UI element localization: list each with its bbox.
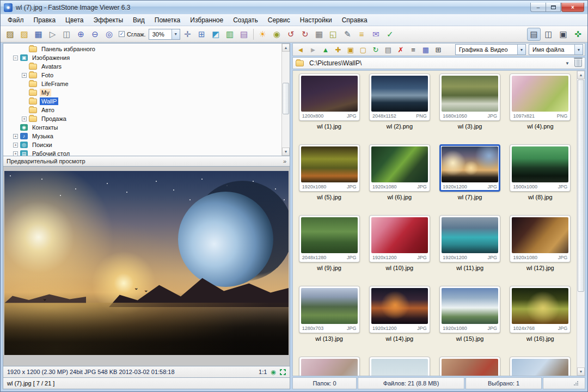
smooth-toggle[interactable]: ✓ Сглаж. (119, 31, 146, 38)
recycle-bin-icon[interactable] (574, 59, 582, 67)
resize-grip[interactable] (573, 381, 579, 386)
crop-board-icon[interactable]: ▦ (313, 28, 326, 41)
thumbs-scroll-down-icon[interactable]: ▼ (577, 367, 585, 376)
new-folder-icon[interactable]: ✚ (332, 44, 344, 55)
thumbnail-item-20[interactable] (510, 357, 571, 376)
thumbnail-view-icon[interactable]: ▦ (420, 44, 432, 55)
tree-item-searches[interactable]: +◎Поиски (4, 140, 281, 149)
draw-icon[interactable]: ✎ (341, 28, 354, 41)
tree-item-contacts[interactable]: ◉Контакты (4, 123, 281, 132)
tree-scroll-up-icon[interactable]: ▲ (282, 44, 290, 52)
tree-item-foto[interactable]: +Foto (4, 71, 281, 79)
thumbnail-wl (15).jpg[interactable]: 1920x1080JPG (439, 286, 500, 333)
menu-item-file[interactable]: Файл (3, 15, 29, 26)
minimize-button[interactable]: – (530, 3, 546, 12)
hand-tool-icon[interactable]: ✛ (181, 28, 194, 41)
thumbs-scroll-thumb[interactable] (578, 79, 584, 292)
selection-icon[interactable]: ⊞ (195, 28, 209, 41)
tile-view-icon[interactable]: ⊞ (432, 44, 444, 55)
preview-image[interactable]: ⌄ ⌄ ⌄ (4, 171, 289, 355)
preview-collapse-icon[interactable]: » (283, 158, 286, 164)
view-browser-icon[interactable]: ▤ (527, 28, 541, 41)
thumbnail-wl (13).jpg[interactable]: 1280x703JPG (299, 286, 360, 333)
thumbnail-item-19[interactable] (439, 357, 500, 376)
thumbnail-wl (10).jpg[interactable]: 1920x1200JPG (369, 215, 430, 262)
menu-item-create[interactable]: Создать (228, 15, 263, 26)
tree-expander-plus-icon[interactable]: + (22, 117, 27, 121)
tree-item-music[interactable]: +♪Музыка (4, 132, 281, 140)
resize-icon[interactable]: ◱ (327, 28, 340, 41)
fullscreen-icon[interactable]: ✜ (571, 28, 585, 41)
thumbnail-scrollbar[interactable]: ▲ ▼ (577, 71, 585, 376)
thumbnail-wl (5).jpg[interactable]: 1920x1080JPG (299, 144, 360, 192)
thumbnail-wl (6).jpg[interactable]: 1920x1080JPG (369, 144, 430, 192)
adjust-lighting-icon[interactable]: ☀ (256, 28, 270, 41)
menu-item-effects[interactable]: Эффекты (89, 15, 128, 26)
menu-item-favorites[interactable]: Избранное (185, 15, 228, 26)
thumbnail-wl (8).jpg[interactable]: 1500x1000JPG (510, 144, 571, 192)
thumbnail-wl (7).jpg[interactable]: 1920x1200JPG (439, 144, 500, 192)
menu-item-help[interactable]: Справка (337, 15, 372, 26)
tree-scroll-down-icon[interactable]: ▼ (282, 148, 290, 156)
tree-expander-plus-icon[interactable]: + (13, 143, 18, 148)
fit-window-icon[interactable]: ◉ (271, 369, 276, 376)
thumbnail-wl (3).jpg[interactable]: 1680x1050JPG (439, 74, 500, 121)
open-folder-icon[interactable]: ▨ (17, 28, 31, 41)
rotate-right-icon[interactable]: ↻ (298, 28, 312, 41)
copy-to-folder-icon[interactable]: ▣ (345, 44, 357, 55)
tree-item-favorites-panel[interactable]: Панель избранного (4, 45, 281, 53)
histogram-icon[interactable]: ▥ (223, 28, 237, 41)
slideshow-icon[interactable]: ▷ (46, 28, 59, 41)
thumbnail-item-18[interactable] (369, 357, 430, 376)
menu-item-view[interactable]: Вид (128, 15, 150, 26)
thumbnail-wl (12).jpg[interactable]: 1920x1080JPG (510, 215, 571, 262)
zoom-in-icon[interactable]: ⊕ (74, 28, 88, 41)
tree-item-my[interactable]: My (4, 88, 281, 97)
thumbnail-wl (9).jpg[interactable]: 2048x1280JPG (299, 215, 360, 262)
forward-icon[interactable]: ► (307, 44, 319, 55)
back-icon[interactable]: ◄ (295, 44, 307, 55)
red-eye-icon[interactable]: ◉ (270, 28, 284, 41)
maximize-button[interactable] (546, 3, 561, 12)
thumbnail-wl (16).jpg[interactable]: 1024x768JPG (510, 286, 571, 333)
tree-scroll-thumb[interactable] (283, 83, 289, 114)
select-check-icon[interactable]: ✓ (383, 28, 397, 41)
tree-scrollbar[interactable]: ▲ ▼ (281, 44, 290, 156)
close-button[interactable]: × (561, 3, 584, 12)
open-file-icon[interactable]: ▨ (3, 28, 17, 41)
tree-item-pictures[interactable]: −▣Изображения (4, 53, 281, 62)
menu-item-tools[interactable]: Сервис (263, 15, 295, 26)
tree-expander-plus-icon[interactable]: + (22, 73, 27, 78)
batch-convert-icon[interactable]: ≡ (355, 28, 369, 41)
sort-arrow-icon[interactable]: ▼ (574, 45, 583, 54)
tree-item-wallp[interactable]: WallP (4, 97, 281, 106)
actual-size-icon[interactable]: ◎ (102, 28, 116, 41)
tree-item-prodazha[interactable]: +Продажа (4, 114, 281, 123)
zoom-out-icon[interactable]: ⊖ (88, 28, 102, 41)
address-path[interactable]: C:\Pictures\WallP\ (309, 59, 362, 67)
tree-item-avatars[interactable]: Avatars (4, 62, 281, 71)
preview-header[interactable]: Предварительный просмотр » (3, 156, 290, 167)
tree-item-lifeframe[interactable]: LifeFrame (4, 79, 281, 88)
address-bar[interactable]: C:\Pictures\WallP\ ▼ (292, 57, 585, 69)
move-to-folder-icon[interactable]: ▢ (357, 44, 369, 55)
tree-item-avto[interactable]: Авто (4, 106, 281, 114)
thumbnail-wl (14).jpg[interactable]: 1920x1200JPG (369, 286, 430, 333)
thumbs-scroll-up-icon[interactable]: ▲ (577, 71, 585, 79)
tree-expander-plus-icon[interactable]: + (13, 151, 18, 156)
manage-icon[interactable]: ▤ (237, 28, 251, 41)
view-image-icon[interactable]: ▣ (556, 28, 570, 41)
zoom-select[interactable]: 30% ▼ (149, 29, 180, 40)
rotate-left-icon[interactable]: ↺ (284, 28, 298, 41)
file-filter-select[interactable]: Графика & Видео ▼ (455, 44, 526, 55)
view-windowed-icon[interactable]: ◫ (542, 28, 555, 41)
smooth-checkbox[interactable]: ✓ (119, 31, 125, 37)
thumbnail-wl (4).png[interactable]: 1097x821PNG (510, 74, 571, 121)
tag-view-icon[interactable]: ◩ (209, 28, 223, 41)
delete-icon[interactable]: ✗ (395, 44, 407, 55)
thumbnail-item-17[interactable] (299, 357, 360, 376)
thumbnail-wl (11).jpg[interactable]: 1920x1200JPG (439, 215, 500, 262)
email-icon[interactable]: ✉ (369, 28, 383, 41)
menu-item-edit[interactable]: Правка (29, 15, 61, 26)
compare-icon[interactable]: ◫ (60, 28, 74, 41)
